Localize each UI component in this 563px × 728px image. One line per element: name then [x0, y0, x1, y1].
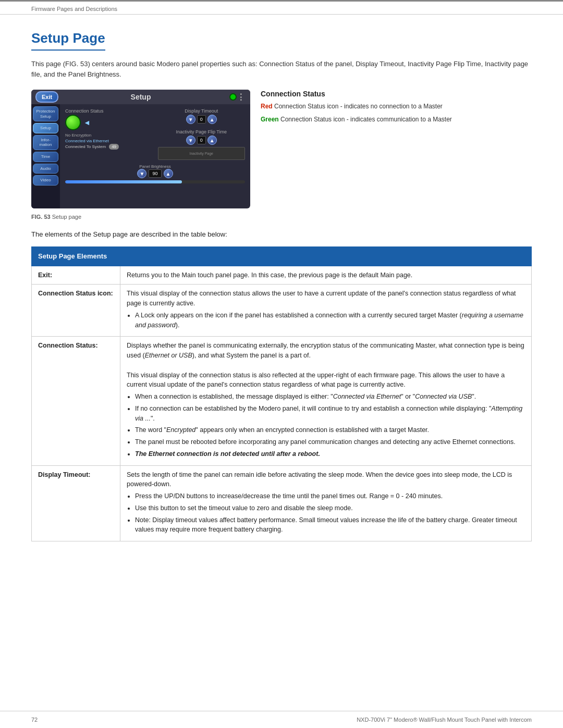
nav-video[interactable]: Video: [33, 175, 58, 186]
conn-status-item2: If no connection can be established by t…: [135, 404, 525, 424]
table-row-exit: Exit: Returns you to the Main touch pane…: [32, 266, 532, 285]
green-callout: Green Connection Status icon - indicates…: [261, 115, 532, 124]
red-callout: Red Connection Status icon - indicates n…: [261, 102, 532, 111]
sidebar-nav: ProtectionSetup Setup Infor-mation Time …: [31, 104, 60, 208]
display-timeout-list: Press the UP/DN buttons to increase/decr…: [135, 491, 525, 535]
nav-time[interactable]: Time: [33, 152, 58, 162]
conn-status-text1: Displays whether the panel is communicat…: [127, 342, 524, 359]
conn-icon-label-cell: Connection Status icon:: [32, 285, 120, 337]
nav-protection[interactable]: ProtectionSetup: [33, 106, 58, 121]
brightness-controls: ▼ 90 ▲: [65, 169, 245, 178]
page-footer: 72 NXD-700Vi 7" Modero® Wall/Flush Mount…: [0, 711, 563, 728]
screen-body: ProtectionSetup Setup Infor-mation Time …: [31, 104, 250, 208]
display-timeout-desc-cell: Sets the length of time the panel can re…: [120, 465, 532, 541]
conn-status-label-cell: Connection Status:: [32, 337, 120, 465]
connection-status-dot: [229, 93, 237, 101]
nav-setup[interactable]: Setup: [33, 123, 58, 133]
footer-product: NXD-700Vi 7" Modero® Wall/Flush Mount To…: [357, 717, 532, 723]
conn-encrypted: Encrypted: [166, 426, 195, 434]
connected-to-system-row: Connected To System 49: [65, 144, 153, 150]
display-timeout-item2: Use this button to set the timeout value…: [135, 503, 525, 513]
breadcrumb: Firmware Pages and Descriptions: [31, 6, 117, 12]
red-label: Red: [261, 103, 273, 110]
conn-icon-list: A Lock only appears on the icon if the p…: [135, 311, 525, 330]
inactivity-value: 0: [197, 136, 206, 144]
top-row: Connection Status ◄ No Encryption Connec…: [65, 108, 245, 160]
connected-via-text: Connected via Ethernet: [65, 138, 153, 144]
no-encryption-text: No Encryption: [65, 132, 153, 138]
exit-desc-cell: Returns you to the Main touch panel page…: [120, 266, 532, 285]
timeout-controls: ▼ 0 ▲: [158, 115, 246, 124]
green-desc: Connection Status icon - indicates commu…: [280, 116, 452, 123]
conn-status-text2: This visual display of the connection st…: [127, 372, 505, 389]
page-title: Setup Page: [31, 30, 105, 51]
inactivity-page-box: Inactivity Page: [158, 147, 246, 160]
brightness-bar-fill: [65, 180, 182, 183]
connected-to-system-label: Connected To System: [65, 144, 106, 149]
inactivity-section: Inactivity Page Flip Time ▼ 0 ▲ Inactivi…: [158, 129, 246, 160]
screenshot-area: Exit Setup ⋮ ProtectionSetup Setup Infor…: [31, 90, 532, 208]
screen-title-bar: Exit Setup ⋮: [31, 90, 250, 104]
system-number: 49: [109, 144, 119, 150]
conn-icon-italic: requiring a username and password: [135, 312, 523, 329]
conn-icon-list-item1: A Lock only appears on the icon if the p…: [135, 311, 525, 330]
table-intro-text: The elements of the Setup page are descr…: [31, 230, 532, 238]
conn-status-item4: The panel must be rebooted before incorp…: [135, 437, 525, 447]
table-row-display-timeout: Display Timeout: Sets the length of time…: [32, 465, 532, 541]
table-header-row: Setup Page Elements: [32, 247, 532, 266]
conn-status-label: Connection Status: [65, 108, 153, 114]
conn-attempting: Attempting via ...: [135, 405, 522, 422]
conn-status-col: Connection Status ◄ No Encryption Connec…: [65, 108, 153, 150]
inactivity-page-label: Inactivity Page: [189, 152, 213, 155]
conn-status-item5: The Ethernet connection is not detected …: [135, 449, 525, 459]
table-row-conn-icon: Connection Status icon: This visual disp…: [32, 285, 532, 337]
conn-via-usb: Connected via USB: [415, 393, 472, 400]
conn-icon-desc-cell: This visual display of the connection st…: [120, 285, 532, 337]
inactivity-down-btn[interactable]: ▼: [186, 135, 195, 145]
main-content: Setup Page This page (FIG. 53) centers a…: [0, 15, 563, 573]
conn-status-desc-cell: Displays whether the panel is communicat…: [120, 337, 532, 465]
device-screen: Exit Setup ⋮ ProtectionSetup Setup Infor…: [31, 90, 250, 208]
display-timeout-item1: Press the UP/DN buttons to increase/decr…: [135, 491, 525, 501]
nav-information[interactable]: Infor-mation: [33, 135, 58, 150]
arrow-indicator: ◄: [83, 118, 91, 127]
display-timeout-item3: Note: Display timeout values affect batt…: [135, 515, 525, 535]
panel-brightness-label: Panel Brightness: [65, 164, 245, 169]
callout-title: Connection Status: [261, 90, 532, 98]
brightness-section: Panel Brightness ▼ 90 ▲: [65, 164, 245, 183]
conn-status-item3: The word "Encrypted" appears only when a…: [135, 425, 525, 435]
inactivity-up-btn[interactable]: ▲: [207, 135, 217, 145]
table-header-cell: Setup Page Elements: [32, 247, 532, 266]
footer-page-number: 72: [31, 717, 38, 723]
brightness-value: 90: [149, 169, 161, 178]
inactivity-label: Inactivity Page Flip Time: [158, 129, 246, 134]
exit-label-cell: Exit:: [32, 266, 120, 285]
display-timeout-col: Display Timeout ▼ 0 ▲ Inactivity Page Fl…: [158, 108, 246, 160]
fig-num: FIG. 53: [31, 214, 51, 220]
callout-area: Connection Status Red Connection Status …: [261, 90, 532, 128]
brightness-up-btn[interactable]: ▲: [164, 169, 173, 178]
nav-audio[interactable]: Audio: [33, 164, 58, 174]
brightness-down-btn[interactable]: ▼: [137, 169, 146, 178]
network-icon: ⋮: [237, 92, 245, 102]
conn-status-row: ◄: [65, 115, 153, 130]
timeout-up-btn[interactable]: ▲: [207, 115, 217, 124]
exit-button[interactable]: Exit: [35, 91, 58, 103]
elements-table: Setup Page Elements Exit: Returns you to…: [31, 246, 532, 541]
display-timeout-label-cell: Display Timeout:: [32, 465, 120, 541]
timeout-down-btn[interactable]: ▼: [186, 115, 195, 124]
inactivity-controls: ▼ 0 ▲: [158, 135, 246, 145]
conn-status-italic1: Ethernet or USB: [145, 352, 192, 359]
intro-paragraph: This page (FIG. 53) centers around basic…: [31, 59, 532, 79]
conn-status-item1: When a connection is established, the me…: [135, 392, 525, 402]
screen-main-area: Connection Status ◄ No Encryption Connec…: [60, 104, 250, 208]
conn-via-eth: Connected via Ethernet: [333, 393, 401, 400]
green-status-circle: [65, 115, 81, 130]
conn-icon-text1: This visual display of the connection st…: [127, 290, 516, 307]
conn-status-list: When a connection is established, the me…: [135, 392, 525, 459]
fig-caption: FIG. 53 Setup page: [31, 214, 532, 220]
timeout-value: 0: [197, 115, 206, 124]
red-desc: Connection Status icon - indicates no co…: [274, 103, 443, 110]
green-label: Green: [261, 116, 279, 123]
display-timeout-label: Display Timeout: [158, 108, 246, 114]
